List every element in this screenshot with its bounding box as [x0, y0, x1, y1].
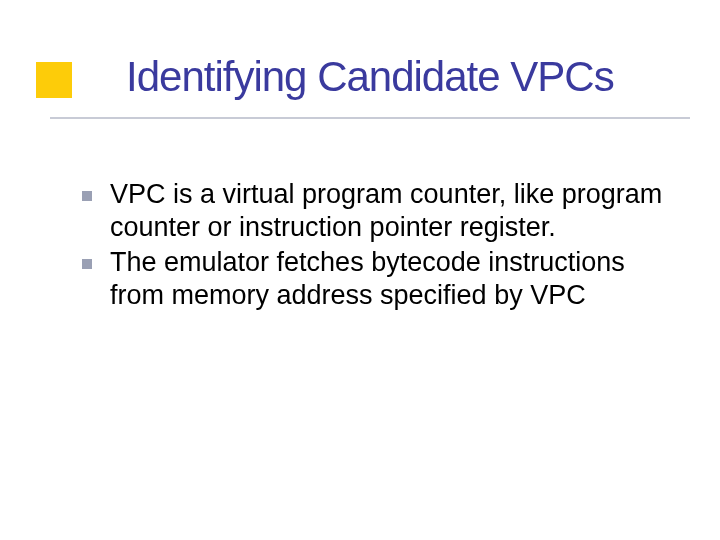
slide-title: Identifying Candidate VPCs	[126, 54, 720, 100]
bullet-text: The emulator fetches bytecode instructio…	[110, 246, 664, 312]
square-bullet-icon	[82, 191, 92, 201]
title-area: Identifying Candidate VPCs	[0, 54, 720, 100]
slide: Identifying Candidate VPCs VPC is a virt…	[0, 0, 720, 540]
list-item: The emulator fetches bytecode instructio…	[82, 246, 664, 312]
square-bullet-icon	[82, 259, 92, 269]
title-underline	[50, 117, 690, 119]
body-area: VPC is a virtual program counter, like p…	[82, 178, 664, 314]
list-item: VPC is a virtual program counter, like p…	[82, 178, 664, 244]
bullet-text: VPC is a virtual program counter, like p…	[110, 178, 664, 244]
